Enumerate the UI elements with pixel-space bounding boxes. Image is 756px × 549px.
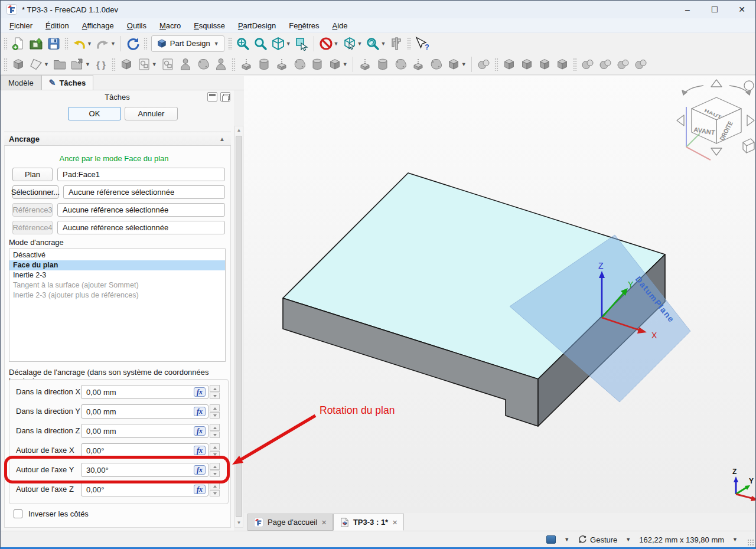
- primitive-sphere-button[interactable]: [475, 55, 492, 73]
- tab-page-accueil[interactable]: Page d'accueil ×: [247, 514, 333, 531]
- groove-button[interactable]: [392, 55, 409, 73]
- menu-macro[interactable]: Macro: [153, 20, 187, 31]
- clone-button[interactable]: [213, 55, 229, 73]
- render-style-icon[interactable]: [546, 535, 556, 544]
- create-sketch-button[interactable]: ▼: [136, 55, 158, 73]
- panel-scrollbar[interactable]: ▲ ▼: [234, 126, 243, 528]
- mode-item-desactive[interactable]: Désactivé: [9, 250, 225, 260]
- new-document-button[interactable]: [10, 35, 27, 53]
- direction-z-input[interactable]: 0,00 mmfx: [81, 424, 208, 438]
- dock-panel-icon[interactable]: [207, 92, 217, 102]
- create-body-button[interactable]: [10, 55, 27, 73]
- redo-button[interactable]: ▼: [94, 35, 117, 53]
- menu-fenetres[interactable]: Fenêtres: [282, 20, 325, 31]
- additive-helix-button[interactable]: [309, 55, 325, 73]
- save-document-button[interactable]: [45, 35, 62, 53]
- scroll-down-icon[interactable]: ▼: [235, 519, 243, 527]
- title-bar[interactable]: * TP3-3 - FreeCAD 1.1.0dev – ☐ ✕: [1, 1, 755, 18]
- fit-all-button[interactable]: [234, 35, 251, 53]
- measure-button[interactable]: [388, 35, 405, 53]
- navigation-cube[interactable]: HAUT AVANT DROITE: [677, 80, 754, 160]
- polar-pattern-button[interactable]: [615, 55, 631, 73]
- linear-pattern-button[interactable]: [597, 55, 614, 73]
- expression-icon[interactable]: fx: [194, 387, 206, 397]
- plan-field[interactable]: Pad:Face1: [57, 168, 225, 181]
- subtractive-loft-button[interactable]: [410, 55, 426, 73]
- select-reference-button[interactable]: Sélectionner...: [12, 185, 58, 199]
- fillet-button[interactable]: [501, 55, 517, 73]
- pad-button[interactable]: [238, 55, 255, 73]
- float-panel-icon[interactable]: [220, 92, 230, 102]
- datum-point-button[interactable]: [177, 55, 194, 73]
- scrollbar-thumb[interactable]: [236, 136, 242, 517]
- tab-tasks[interactable]: ✎Tâches: [41, 75, 94, 90]
- mirrored-pattern-button[interactable]: [579, 55, 596, 73]
- menu-edition[interactable]: Édition: [39, 20, 76, 31]
- workbench-selector[interactable]: Part Design▼: [151, 35, 224, 52]
- close-tab-icon[interactable]: ×: [392, 517, 397, 527]
- section-cut-button[interactable]: ▼: [341, 35, 364, 53]
- menu-esquisse[interactable]: Esquisse: [187, 20, 232, 31]
- menu-partdesign[interactable]: PartDesign: [232, 20, 282, 31]
- direction-y-input[interactable]: 0,00 mmfx: [81, 404, 208, 419]
- additive-box-button[interactable]: ▼: [327, 55, 349, 73]
- open-document-button[interactable]: [28, 35, 44, 53]
- close-tab-icon[interactable]: ×: [321, 517, 327, 527]
- cancel-button[interactable]: Annuler: [125, 107, 178, 120]
- navigation-style-selector[interactable]: Gesture: [578, 535, 617, 544]
- create-part-button[interactable]: [118, 55, 135, 73]
- edit-sketch-button[interactable]: [159, 55, 176, 73]
- sync-view-button[interactable]: ▼: [364, 35, 387, 53]
- menu-aide[interactable]: Aide: [326, 20, 354, 31]
- export-button[interactable]: ▼: [69, 55, 92, 73]
- create-group-button[interactable]: [51, 55, 68, 73]
- isometric-view-button[interactable]: ▼: [270, 35, 292, 53]
- expression-icon[interactable]: fx: [194, 485, 206, 494]
- clipping-off-button[interactable]: ▼: [318, 35, 340, 53]
- mode-item-inertie[interactable]: Inertie 2-3: [9, 270, 225, 280]
- datum-plane-button[interactable]: ▼: [28, 55, 50, 73]
- axis-z-angle-input[interactable]: 0,00°fx: [81, 482, 208, 496]
- tab-tp3-3[interactable]: TP3-3 : 1* ×: [333, 514, 404, 531]
- ok-button[interactable]: OK: [68, 107, 121, 120]
- expression-icon[interactable]: fx: [194, 446, 206, 455]
- axis-z-stepper[interactable]: [210, 482, 220, 496]
- minimize-button[interactable]: –: [674, 1, 701, 18]
- direction-x-input[interactable]: 0,00 mmfx: [81, 385, 208, 399]
- close-button[interactable]: ✕: [728, 1, 755, 18]
- additive-loft-button[interactable]: [273, 55, 290, 73]
- plan-button[interactable]: Plan: [12, 168, 53, 181]
- maximize-button[interactable]: ☐: [701, 1, 728, 18]
- fit-selection-button[interactable]: [252, 35, 269, 53]
- thickness-button[interactable]: [554, 55, 571, 73]
- direction-y-stepper[interactable]: [210, 404, 220, 419]
- invert-sides-checkbox[interactable]: [14, 509, 22, 518]
- multi-transform-button[interactable]: [633, 55, 649, 73]
- expressions-button[interactable]: [93, 55, 109, 73]
- hole-button[interactable]: [374, 55, 391, 73]
- dropdown-caret-icon[interactable]: ▼: [732, 537, 738, 543]
- direction-z-stepper[interactable]: [210, 424, 220, 438]
- draft-button[interactable]: [536, 55, 553, 73]
- mode-item-face-du-plan[interactable]: Face du plan: [9, 260, 225, 270]
- chamfer-button[interactable]: [519, 55, 535, 73]
- refresh-button[interactable]: [125, 35, 141, 53]
- shape-binder-button[interactable]: [195, 55, 211, 73]
- expression-icon[interactable]: fx: [194, 407, 206, 416]
- menu-outils[interactable]: Outils: [120, 20, 153, 31]
- revolution-button[interactable]: [256, 55, 272, 73]
- menu-affichage[interactable]: Affichage: [76, 20, 120, 31]
- dropdown-caret-icon[interactable]: ▼: [564, 537, 569, 543]
- resize-grip[interactable]: [747, 539, 754, 546]
- menu-fichier[interactable]: Fichier: [3, 20, 39, 31]
- expression-icon[interactable]: fx: [194, 426, 206, 436]
- undo-button[interactable]: ▼: [71, 35, 93, 53]
- tab-model[interactable]: Modèle: [1, 75, 41, 90]
- reference2-field[interactable]: Aucune référence sélectionnée: [63, 185, 225, 199]
- scroll-up-icon[interactable]: ▲: [235, 126, 243, 135]
- whats-this-button[interactable]: [413, 35, 430, 53]
- pocket-button[interactable]: [357, 55, 373, 73]
- additive-pipe-button[interactable]: [291, 55, 308, 73]
- align-view-selection-button[interactable]: [294, 35, 310, 53]
- subtractive-box-button[interactable]: ▼: [445, 55, 468, 73]
